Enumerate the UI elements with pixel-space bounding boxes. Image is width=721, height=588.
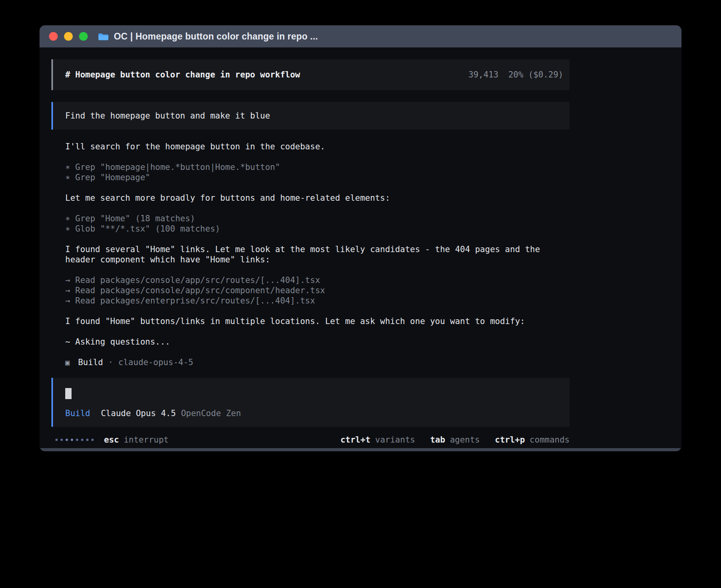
assistant-text: Let me search more broadly for buttons a… [65, 193, 559, 203]
shortcut-key: ctrl+p [495, 435, 525, 445]
tool-call-glob: ∗ Glob "**/*.tsx" (100 matches) [65, 224, 670, 234]
session-title: # Homepage button color change in repo w… [65, 70, 300, 79]
agent-mode-label: Build [65, 409, 90, 418]
shortcut-label: variants [375, 435, 415, 445]
status-bar: esc interrupt ctrl+t variants tab agents… [51, 434, 570, 446]
tool-call-grep: ∗ Grep "homepage|home.*button|Home.*butt… [65, 162, 670, 172]
window-bottom-edge [40, 448, 681, 451]
assistant-text: I found several "Home" links. Let me loo… [65, 244, 559, 265]
esc-hint-label: interrupt [124, 435, 169, 445]
token-count: 39,413 [468, 70, 498, 79]
tool-call-group: ∗ Grep "homepage|home.*button|Home.*butt… [65, 162, 670, 183]
shortcut-label: commands [530, 435, 570, 445]
session-stats: 39,413 20% ($0.29) [468, 70, 563, 79]
close-button[interactable] [49, 32, 58, 41]
zoom-button[interactable] [79, 32, 88, 41]
shortcut-agents: tab agents [430, 435, 480, 445]
status-bar-right: ctrl+t variants tab agents ctrl+p comman… [340, 435, 570, 445]
terminal-window: OC | Homepage button color change in rep… [40, 25, 681, 451]
status-bar-left: esc interrupt [51, 435, 169, 445]
assistant-text: I'll search for the homepage button in t… [65, 141, 559, 152]
tool-call-read: → Read packages/console/app/src/routes/[… [65, 275, 670, 285]
text-cursor [65, 388, 72, 399]
progress-spinner-icon [55, 439, 94, 441]
folder-icon [98, 32, 109, 41]
tool-call-read: → Read packages/enterprise/src/routes/[.… [65, 296, 670, 306]
shortcut-key: ctrl+t [340, 435, 370, 445]
assistant-text: I found "Home" buttons/links in multiple… [65, 316, 559, 326]
esc-hint-key: esc [104, 435, 119, 445]
agent-name: Build [78, 357, 103, 368]
title-bar[interactable]: OC | Homepage button color change in rep… [40, 25, 681, 47]
traffic-lights [49, 32, 88, 41]
session-header: # Homepage button color change in repo w… [51, 59, 570, 90]
assistant-transcript: I'll search for the homepage button in t… [65, 141, 670, 368]
terminal-content: # Homepage button color change in repo w… [40, 47, 681, 446]
shortcut-label: agents [450, 435, 480, 445]
tool-call-grep: ∗ Grep "Homepage" [65, 172, 670, 183]
agent-model: claude-opus-4-5 [118, 357, 193, 368]
tool-call-group: ∗ Grep "Home" (18 matches) ∗ Glob "**/*.… [65, 213, 670, 234]
tool-call-group: → Read packages/console/app/src/routes/[… [65, 275, 670, 306]
shortcut-commands: ctrl+p commands [495, 435, 570, 445]
user-message-text: Find the homepage button and make it blu… [65, 111, 270, 121]
assistant-status-text: ~ Asking questions... [65, 337, 559, 347]
context-usage: 20% ($0.29) [508, 70, 563, 79]
user-message: Find the homepage button and make it blu… [51, 102, 570, 130]
minimize-button[interactable] [64, 32, 73, 41]
title-group: OC | Homepage button color change in rep… [98, 31, 318, 42]
agent-status-row: ▣ Build · claude-opus-4-5 [65, 357, 670, 368]
tool-call-read: → Read packages/console/app/src/componen… [65, 285, 670, 296]
window-title: OC | Homepage button color change in rep… [114, 31, 318, 42]
input-meta-row: Build Claude Opus 4.5 OpenCode Zen [65, 409, 570, 418]
shortcut-key: tab [430, 435, 445, 445]
dot-separator: · [108, 357, 113, 368]
model-label: Claude Opus 4.5 [101, 409, 176, 418]
agent-badge-icon: ▣ [65, 357, 70, 368]
prompt-input[interactable]: Build Claude Opus 4.5 OpenCode Zen [51, 378, 570, 427]
shortcut-variants: ctrl+t variants [340, 435, 415, 445]
tool-call-grep: ∗ Grep "Home" (18 matches) [65, 213, 670, 224]
provider-label: OpenCode Zen [181, 409, 241, 418]
